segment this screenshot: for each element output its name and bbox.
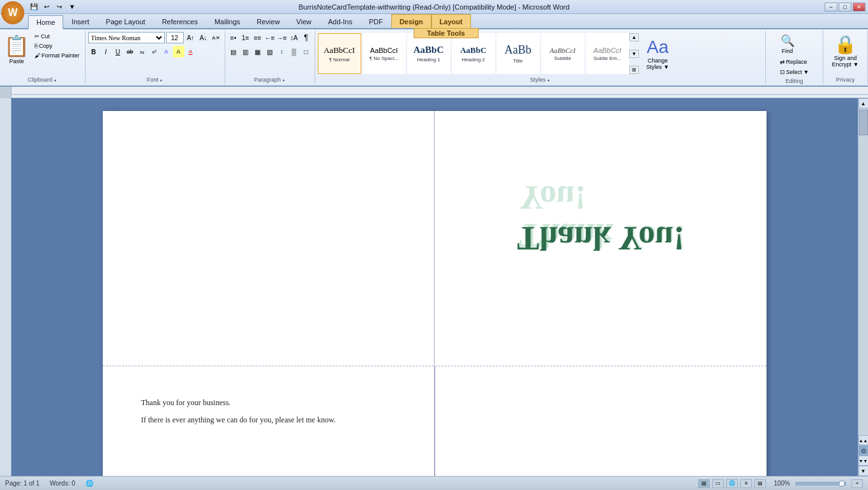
paragraph-expand[interactable]: ⬧ [282, 77, 285, 83]
tab-view[interactable]: View [288, 14, 320, 28]
style-heading2[interactable]: AaBbC Heading 2 [452, 33, 495, 74]
styles-scroll-down[interactable]: ▼ [629, 50, 640, 58]
full-screen-view-btn[interactable]: ▭ [712, 479, 724, 488]
align-left-button[interactable]: ▤ [228, 46, 239, 57]
tab-design[interactable]: Design [391, 14, 431, 28]
vertical-scrollbar: ▲ ▲▲ ⊙ ▼▼ ▼ [858, 98, 868, 476]
align-right-button[interactable]: ▦ [252, 46, 264, 57]
font-grow-button[interactable]: A↑ [185, 32, 197, 43]
scroll-down-button[interactable]: ▼ [858, 466, 869, 476]
decrease-indent-button[interactable]: ←≡ [264, 32, 276, 43]
show-hide-button[interactable]: ¶ [301, 32, 312, 43]
format-painter-button[interactable]: 🖌 Format Painter [32, 51, 82, 60]
font-group: Times New Roman A↑ A↓ A✕ B I U ab x₂ x² … [86, 31, 225, 84]
tab-page-layout[interactable]: Page Layout [98, 14, 154, 28]
paragraph-group: ≡• 1≡ ≡≡ ←≡ →≡ ↕A ¶ ▤ ▥ ▦ ▧ ↕ ▒ □ Paragr… [225, 31, 315, 84]
document-page: Thank You! Thank You! Thank you for your… [103, 111, 767, 476]
replace-button[interactable]: ⇄ Replace [777, 57, 810, 66]
clipboard-expand[interactable]: ⬧ [54, 77, 57, 83]
font-color-button[interactable]: A [185, 46, 197, 57]
bullets-button[interactable]: ≡• [228, 32, 239, 43]
web-layout-view-btn[interactable]: 🌐 [726, 479, 738, 488]
font-expand[interactable]: ⬧ [160, 77, 163, 83]
scroll-up-button[interactable]: ▲ [858, 98, 869, 108]
style-no-sp-preview: AaBbCcI [370, 47, 398, 54]
tab-layout[interactable]: Layout [431, 14, 471, 28]
outline-view-btn[interactable]: ≡ [740, 479, 752, 488]
style-normal[interactable]: AaBbCcI ¶ Normal [318, 33, 361, 74]
tab-add-ins[interactable]: Add-Ins [320, 14, 361, 28]
select-icon: ⊡ [780, 69, 785, 75]
print-layout-view-btn[interactable]: ▤ [698, 479, 710, 488]
close-btn[interactable]: ✕ [853, 3, 865, 11]
borders-button[interactable]: □ [301, 46, 312, 57]
styles-expand[interactable]: ⬧ [547, 77, 550, 83]
styles-more[interactable]: ⊞ [629, 66, 640, 74]
justify-button[interactable]: ▧ [264, 46, 276, 57]
font-size-input[interactable] [166, 32, 184, 43]
thank-you-container: Thank You! Thank You! [517, 220, 685, 256]
tab-home[interactable]: Home [28, 15, 63, 29]
zoom-thumb[interactable] [839, 480, 845, 487]
scroll-bottom-button[interactable]: ▼▼ [858, 456, 869, 466]
highlight-button[interactable]: A [173, 46, 184, 57]
styles-scroll-up[interactable]: ▲ [629, 33, 640, 41]
subscript-button[interactable]: x₂ [137, 46, 148, 57]
page-status: Page: 1 of 1 [5, 480, 40, 487]
shading-button[interactable]: ▒ [288, 46, 300, 57]
paste-button[interactable]: 📋 Paste [3, 32, 31, 70]
tab-pdf[interactable]: PDF [361, 14, 391, 28]
document-area[interactable]: Thank You! Thank You! Thank you for your… [11, 98, 858, 476]
select-browse-button[interactable]: ⊙ [858, 445, 869, 456]
line-spacing-button[interactable]: ↕ [276, 46, 288, 57]
customize-quick-btn[interactable]: ▼ [66, 1, 78, 13]
maximize-btn[interactable]: □ [839, 3, 851, 11]
style-subtle[interactable]: AaBbCcI Subtle Em... [586, 33, 629, 74]
tab-insert[interactable]: Insert [63, 14, 98, 28]
select-button[interactable]: ⊡ Select ▼ [777, 68, 812, 77]
scroll-top-button[interactable]: ▲▲ [858, 435, 869, 445]
multilevel-button[interactable]: ≡≡ [252, 32, 264, 43]
increase-indent-button[interactable]: →≡ [276, 32, 288, 43]
horizontal-ruler [11, 87, 868, 98]
page-bottom: Thank you for your business. If there is… [103, 366, 767, 476]
style-subtitle[interactable]: AaBbCcI Subtitle [541, 33, 585, 74]
zoom-in-btn[interactable]: + [851, 479, 863, 488]
change-styles-button[interactable]: Aa ChangeStyles ▼ [641, 36, 673, 71]
sign-encrypt-button[interactable]: 🔒 Sign andEncrypt ▼ [829, 32, 862, 70]
italic-button[interactable]: I [100, 46, 112, 57]
font-clear-button[interactable]: A✕ [211, 32, 222, 43]
tab-mailings[interactable]: Mailings [206, 14, 248, 28]
underline-button[interactable]: U [112, 46, 124, 57]
font-shrink-button[interactable]: A↓ [198, 32, 209, 43]
style-no-spacing[interactable]: AaBbCcI ¶ No Spaci... [363, 33, 406, 74]
style-heading1[interactable]: AaBbC Heading 1 [407, 33, 451, 74]
font-label: Font [147, 77, 158, 83]
minimize-btn[interactable]: − [825, 3, 837, 11]
sort-button[interactable]: ↕A [288, 32, 300, 43]
undo-quick-btn[interactable]: ↩ [41, 1, 52, 13]
find-button[interactable]: 🔍 Find [777, 32, 798, 56]
zoom-slider[interactable] [795, 482, 846, 486]
align-center-button[interactable]: ▥ [240, 46, 251, 57]
scroll-thumb[interactable] [859, 110, 868, 135]
numbering-button[interactable]: 1≡ [240, 32, 251, 43]
draft-view-btn[interactable]: ▤ [754, 479, 766, 488]
tab-references[interactable]: References [154, 14, 206, 28]
bold-button[interactable]: B [88, 46, 100, 57]
quick-access-toolbar: W 💾 ↩ ↪ ▼ [3, 1, 78, 13]
superscript-button[interactable]: x² [149, 46, 160, 57]
scissors-icon: ✂ [34, 33, 40, 40]
window-title: BurrisNoteCardTemplate-withwriting (Read… [299, 3, 570, 11]
tab-review[interactable]: Review [248, 14, 288, 28]
save-quick-btn[interactable]: 💾 [28, 1, 40, 13]
office-button[interactable]: W [1, 1, 24, 24]
redo-quick-btn[interactable]: ↪ [54, 1, 65, 13]
style-title[interactable]: AaBb Title [497, 33, 540, 74]
cut-button[interactable]: ✂ Cut [32, 32, 82, 41]
text-effects-button[interactable]: A [161, 46, 172, 57]
font-name-select[interactable]: Times New Roman [88, 32, 165, 43]
strikethrough-button[interactable]: ab [124, 46, 136, 57]
body-text-2: If there is ever anything we can do for … [141, 415, 396, 425]
copy-button[interactable]: ⎘ Copy [32, 41, 82, 50]
